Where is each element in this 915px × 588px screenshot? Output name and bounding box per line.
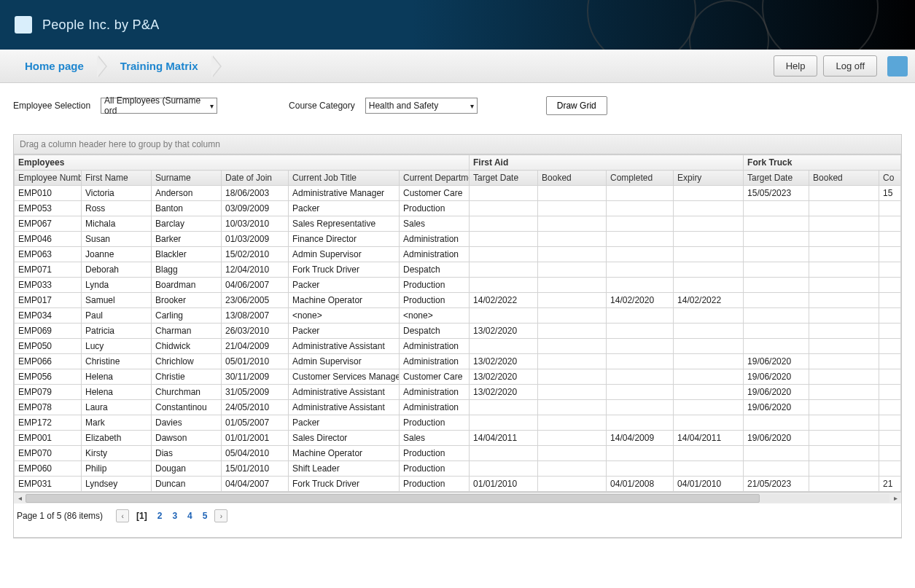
course-category-label: Course Category	[289, 101, 355, 111]
scroll-track[interactable]	[26, 494, 889, 503]
logoff-button[interactable]: Log off	[823, 55, 877, 77]
cell	[470, 232, 538, 247]
cell: Davies	[152, 415, 222, 431]
col-ft-co[interactable]: Co	[879, 170, 901, 186]
table-row[interactable]: EMP034PaulCarling13/08/2007<none><none>	[15, 308, 901, 324]
cell	[538, 186, 607, 201]
employee-selection-dropdown[interactable]: All Employees (Surname ord ▾	[101, 98, 217, 114]
breadcrumb-home[interactable]: Home page	[0, 54, 100, 79]
col-employee-number[interactable]: Employee Number	[15, 170, 82, 186]
cell: Production	[400, 201, 470, 216]
table-row[interactable]: EMP060PhilipDougan15/01/2010Shift Leader…	[15, 461, 901, 477]
table-row[interactable]: EMP010VictoriaAnderson18/06/2003Administ…	[15, 186, 901, 201]
app-switch-icon[interactable]	[887, 56, 908, 77]
cell: EMP172	[15, 415, 82, 431]
cell: Administration	[400, 247, 470, 262]
col-fa-target[interactable]: Target Date	[470, 170, 538, 186]
cell	[470, 201, 538, 216]
table-row[interactable]: EMP017SamuelBrooker23/06/2005Machine Ope…	[15, 293, 901, 308]
cell: Banton	[152, 201, 222, 216]
draw-grid-button[interactable]: Draw Grid	[546, 96, 607, 115]
col-fa-booked[interactable]: Booked	[538, 170, 607, 186]
col-fa-expiry[interactable]: Expiry	[674, 170, 744, 186]
col-first-name[interactable]: First Name	[82, 170, 152, 186]
cell	[809, 385, 879, 400]
cell	[809, 247, 879, 262]
col-ft-booked[interactable]: Booked	[809, 170, 879, 186]
cell	[538, 446, 607, 461]
cell	[879, 247, 901, 262]
cell: Packer	[289, 278, 400, 293]
table-row[interactable]: EMP056HelenaChristie30/11/2009Customer S…	[15, 369, 901, 385]
breadcrumb-current[interactable]: Training Matrix	[100, 54, 214, 79]
table-row[interactable]: EMP070KirstyDias05/04/2010Machine Operat…	[15, 446, 901, 461]
cell: 05/01/2010	[222, 354, 289, 369]
pager-next-button[interactable]: ›	[214, 509, 227, 522]
table-row[interactable]: EMP001ElizabethDawson01/01/2001Sales Dir…	[15, 431, 901, 446]
table-row[interactable]: EMP050LucyChidwick21/04/2009Administrati…	[15, 339, 901, 354]
col-job-title[interactable]: Current Job Title	[289, 170, 400, 186]
cell: Administration	[400, 232, 470, 247]
cell	[744, 415, 809, 431]
col-surname[interactable]: Surname	[152, 170, 222, 186]
course-category-dropdown[interactable]: Health and Safety ▾	[365, 98, 478, 114]
cell: <none>	[289, 308, 400, 324]
pager-page-4[interactable]: 4	[184, 511, 195, 521]
table-row[interactable]: EMP067MichalaBarclay10/03/2010Sales Repr…	[15, 216, 901, 232]
cell	[674, 262, 744, 278]
pager-page-1[interactable]: [1]	[133, 511, 150, 521]
cell: EMP034	[15, 308, 82, 324]
table-row[interactable]: EMP071DeborahBlagg12/04/2010Fork Truck D…	[15, 262, 901, 278]
table-row[interactable]: EMP078LauraConstantinou24/05/2010Adminis…	[15, 400, 901, 415]
table-row[interactable]: EMP172MarkDavies01/05/2007PackerProducti…	[15, 415, 901, 431]
cell: EMP069	[15, 324, 82, 339]
pager-page-5[interactable]: 5	[200, 511, 211, 521]
table-row[interactable]: EMP046SusanBarker01/03/2009Finance Direc…	[15, 232, 901, 247]
group-header-fork-truck[interactable]: Fork Truck	[744, 155, 901, 170]
cell: 19/06/2020	[744, 354, 809, 369]
cell: Admin Supervisor	[289, 247, 400, 262]
cell: 15/01/2010	[222, 461, 289, 477]
course-category-value: Health and Safety	[369, 101, 438, 111]
cell: 12/04/2010	[222, 262, 289, 278]
cell	[744, 324, 809, 339]
cell	[744, 461, 809, 477]
cell: EMP079	[15, 385, 82, 400]
group-header-first-aid[interactable]: First Aid	[470, 155, 744, 170]
cell: Christine	[82, 354, 152, 369]
table-row[interactable]: EMP079HelenaChurchman31/05/2009Administr…	[15, 385, 901, 400]
scroll-thumb[interactable]	[26, 494, 760, 503]
pager-prev-button[interactable]: ‹	[116, 509, 129, 522]
cell: Despatch	[400, 262, 470, 278]
scroll-left-icon[interactable]: ◂	[14, 493, 26, 503]
cell: 21	[879, 477, 901, 492]
help-button[interactable]: Help	[774, 55, 818, 77]
scroll-right-icon[interactable]: ▸	[889, 493, 901, 503]
group-header-employees[interactable]: Employees	[15, 155, 470, 170]
col-date-of-join[interactable]: Date of Join	[222, 170, 289, 186]
table-row[interactable]: EMP066ChristineChrichlow05/01/2010Admin …	[15, 354, 901, 369]
table-row[interactable]: EMP053RossBanton03/09/2009PackerProducti…	[15, 201, 901, 216]
table-row[interactable]: EMP031LyndseyDuncan04/04/2007Fork Truck …	[15, 477, 901, 492]
group-hint[interactable]: Drag a column header here to group by th…	[14, 135, 901, 154]
cell: EMP060	[15, 461, 82, 477]
cell	[674, 216, 744, 232]
col-ft-target[interactable]: Target Date	[744, 170, 809, 186]
pager-page-2[interactable]: 2	[155, 511, 166, 521]
cell: EMP078	[15, 400, 82, 415]
cell	[809, 369, 879, 385]
table-row[interactable]: EMP033LyndaBoardman04/06/2007PackerProdu…	[15, 278, 901, 293]
cell: Lynda	[82, 278, 152, 293]
pager-page-3[interactable]: 3	[169, 511, 180, 521]
horizontal-scrollbar[interactable]: ◂ ▸	[14, 492, 901, 503]
cell	[538, 339, 607, 354]
col-department[interactable]: Current Departmen	[400, 170, 470, 186]
cell	[879, 339, 901, 354]
cell	[744, 216, 809, 232]
cell: Barker	[152, 232, 222, 247]
table-row[interactable]: EMP063JoanneBlackler15/02/2010Admin Supe…	[15, 247, 901, 262]
col-fa-completed[interactable]: Completed	[607, 170, 674, 186]
table-row[interactable]: EMP069PatriciaCharman26/03/2010PackerDes…	[15, 324, 901, 339]
cell: Anderson	[152, 186, 222, 201]
cell: EMP066	[15, 354, 82, 369]
